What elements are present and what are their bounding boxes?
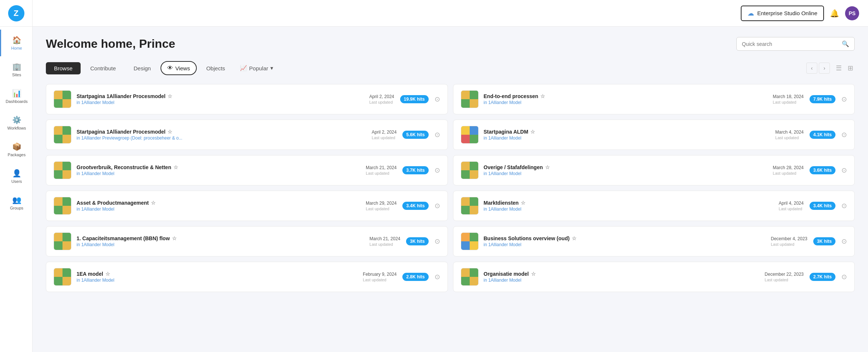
card-title-6: Asset & Productmanagement ☆ (77, 200, 361, 206)
tab-popular[interactable]: 📈 Popular ▾ (235, 62, 279, 74)
card-title-1: End-to-end processen ☆ (484, 93, 768, 99)
card-subtitle-4[interactable]: in 1Alliander Model (77, 171, 361, 176)
card-star-2[interactable]: ☆ (168, 129, 172, 135)
card-date-value-5: March 28, 2024 (773, 165, 804, 170)
popular-chart-icon: 📈 (240, 65, 247, 71)
sidebar-item-groups[interactable]: 👥 Groups (0, 190, 33, 216)
tab-popular-label: Popular (249, 65, 268, 71)
sidebar-item-sites[interactable]: 🏢 Sites (0, 56, 33, 83)
enterprise-label: Enterprise Studio Online (757, 10, 817, 16)
list-item[interactable]: Grootverbruik, Reconstructie & Netten ☆ … (46, 155, 448, 185)
sidebar-item-home[interactable]: 🏠 Home (0, 30, 33, 56)
sidebar-item-users[interactable]: 👤 Users (0, 163, 33, 190)
hits-badge-0: 19.9K hits (400, 95, 429, 103)
card-star-11[interactable]: ☆ (531, 271, 536, 277)
card-star-7[interactable]: ☆ (521, 200, 526, 206)
view-toggle: ☰ ⊞ (834, 63, 855, 74)
logo-z[interactable]: Z (8, 5, 24, 21)
sidebar-item-workflows[interactable]: ⚙️ Workflows (0, 110, 33, 136)
card-subtitle-6[interactable]: in 1Alliander Model (77, 207, 361, 212)
card-check-5: ⊙ (841, 166, 847, 174)
sidebar-item-packages[interactable]: 📦 Packages (0, 136, 33, 163)
card-subtitle-7[interactable]: in 1Alliander Model (484, 207, 774, 212)
card-title-text-4: Grootverbruik, Reconstructie & Netten (77, 164, 171, 170)
card-check-2: ⊙ (435, 131, 440, 139)
card-star-4[interactable]: ☆ (173, 164, 178, 170)
list-view-button[interactable]: ☰ (834, 63, 843, 74)
hits-badge-3: 4.1K hits (810, 131, 835, 139)
card-date-value-6: March 29, 2024 (366, 201, 396, 206)
card-date-value-9: December 4, 2023 (771, 236, 807, 241)
card-date-value-3: March 4, 2024 (775, 130, 804, 135)
card-subtitle-0[interactable]: in 1Alliander Model (77, 100, 364, 105)
sidebar-label-packages: Packages (8, 152, 26, 157)
hits-badge-4: 3.7K hits (402, 166, 428, 174)
tab-design[interactable]: Design (125, 62, 159, 74)
list-item[interactable]: 1EA model ☆ in 1Alliander Model February… (46, 262, 448, 292)
list-item[interactable]: Asset & Productmanagement ☆ in 1Alliande… (46, 191, 448, 221)
sidebar-item-dashboards[interactable]: 📊 Dashboards (0, 83, 33, 110)
home-icon: 🏠 (12, 36, 21, 44)
card-subtitle-11[interactable]: in 1Alliander Model (484, 278, 760, 283)
card-star-6[interactable]: ☆ (151, 200, 156, 206)
list-item[interactable]: Overige / Stafafdelingen ☆ in 1Alliander… (453, 155, 855, 185)
card-star-8[interactable]: ☆ (172, 235, 177, 241)
list-item[interactable]: Marktdiensten ☆ in 1Alliander Model Apri… (453, 191, 855, 221)
list-item[interactable]: 1. Capaciteitsmanagement (BBN) flow ☆ in… (46, 226, 448, 257)
card-title-2: Startpagina 1Alliander Procesmodel ☆ (77, 129, 367, 135)
card-subtitle-3[interactable]: in 1Alliander Model (484, 135, 770, 141)
card-icon-2 (54, 126, 71, 144)
tab-browse[interactable]: Browse (46, 62, 81, 74)
card-meta-6: March 29, 2024 Last updated 3.4K hits ⊙ (366, 201, 440, 211)
card-star-0[interactable]: ☆ (168, 93, 172, 99)
grid-view-button[interactable]: ⊞ (846, 63, 855, 74)
sites-icon: 🏢 (12, 62, 21, 71)
list-item[interactable]: Organisatie model ☆ in 1Alliander Model … (453, 262, 855, 292)
card-meta-3: March 4, 2024 Last updated 4.1K hits ⊙ (775, 130, 847, 140)
card-subtitle-2[interactable]: in 1Alliander Previewgroep (Doel: proces… (77, 135, 367, 141)
main-area: ☁ Enterprise Studio Online 🔔 PS Welcome … (33, 0, 868, 352)
card-check-3: ⊙ (841, 131, 847, 139)
nav-forward-button[interactable]: › (819, 63, 830, 74)
page-title: Welcome home, Prince (46, 37, 175, 51)
list-item[interactable]: End-to-end processen ☆ in 1Alliander Mod… (453, 84, 855, 114)
search-icon: 🔍 (842, 40, 849, 47)
card-date-value-0: April 2, 2024 (369, 94, 394, 99)
card-subtitle-9[interactable]: in 1Alliander Model (484, 242, 766, 247)
card-info-2: Startpagina 1Alliander Procesmodel ☆ in … (77, 129, 367, 141)
card-star-1[interactable]: ☆ (540, 93, 545, 99)
bell-icon[interactable]: 🔔 (830, 9, 839, 18)
card-check-9: ⊙ (841, 237, 847, 245)
avatar[interactable]: PS (845, 6, 859, 20)
card-date-4: March 21, 2024 Last updated (366, 165, 396, 175)
card-info-3: Startpagina ALDM ☆ in 1Alliander Model (484, 129, 770, 141)
search-input[interactable] (742, 41, 839, 47)
tab-contribute[interactable]: Contribute (82, 62, 124, 74)
list-item[interactable]: Startpagina 1Alliander Procesmodel ☆ in … (46, 84, 448, 114)
tab-objects[interactable]: Objects (198, 62, 233, 74)
list-item[interactable]: Startpagina ALDM ☆ in 1Alliander Model M… (453, 120, 855, 150)
topbar: ☁ Enterprise Studio Online 🔔 PS (33, 0, 868, 27)
card-info-10: 1EA model ☆ in 1Alliander Model (77, 271, 358, 283)
nav-back-button[interactable]: ‹ (806, 63, 817, 74)
card-date-10: February 9, 2024 Last updated (363, 272, 396, 282)
enterprise-button[interactable]: ☁ Enterprise Studio Online (741, 6, 824, 21)
card-subtitle-5[interactable]: in 1Alliander Model (484, 171, 768, 176)
card-check-7: ⊙ (841, 202, 847, 210)
list-item[interactable]: Startpagina 1Alliander Procesmodel ☆ in … (46, 120, 448, 150)
tab-views[interactable]: 👁 Views (161, 61, 197, 75)
card-star-10[interactable]: ☆ (105, 271, 110, 277)
card-subtitle-10[interactable]: in 1Alliander Model (77, 278, 358, 283)
card-info-8: 1. Capaciteitsmanagement (BBN) flow ☆ in… (77, 235, 364, 247)
card-star-3[interactable]: ☆ (530, 129, 535, 135)
card-title-text-6: Asset & Productmanagement (77, 200, 149, 206)
card-star-5[interactable]: ☆ (545, 164, 550, 170)
card-date-value-7: April 4, 2024 (779, 201, 804, 206)
card-subtitle-8[interactable]: in 1Alliander Model (77, 242, 364, 247)
card-subtitle-1[interactable]: in 1Alliander Model (484, 100, 768, 105)
list-item[interactable]: Business Solutions overview (oud) ☆ in 1… (453, 226, 855, 257)
card-check-4: ⊙ (435, 166, 440, 174)
card-star-9[interactable]: ☆ (572, 235, 577, 241)
sidebar-label-users: Users (11, 179, 22, 184)
card-date-label-1: Last updated (773, 100, 804, 104)
